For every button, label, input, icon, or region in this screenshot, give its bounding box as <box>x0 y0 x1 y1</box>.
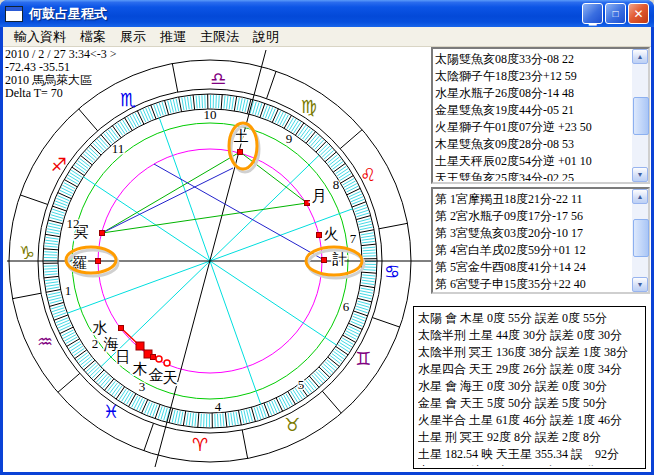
menu-item-primary-directions[interactable]: 主限法 <box>193 27 246 47</box>
planet-positions-list[interactable]: 太陽雙魚亥08度33分-08 22太陰獅子午18度23分+12 59水星水瓶子2… <box>435 51 631 181</box>
degree-tick <box>45 246 58 247</box>
planet-marker-moon <box>305 201 310 206</box>
degree-tick <box>233 412 235 425</box>
house-panel-scrollbar[interactable]: ▲ ▼ <box>632 189 648 292</box>
scroll-down-button[interactable]: ▼ <box>632 277 648 292</box>
planet-row[interactable]: 火星獅子午01度07分逆+23 50 <box>435 119 631 136</box>
menu-item-help[interactable]: 說明 <box>246 27 286 47</box>
degree-tick <box>284 395 290 406</box>
planet-row[interactable]: 太陰獅子午18度23分+12 59 <box>435 68 631 85</box>
menu-item-transit[interactable]: 推運 <box>153 27 193 47</box>
degree-tick <box>195 413 196 426</box>
scroll-up-button[interactable]: ▲ <box>632 189 648 204</box>
scroll-down-button[interactable]: ▼ <box>632 167 648 182</box>
planet-marker-venus <box>156 356 162 362</box>
menu-item-file[interactable]: 檔案 <box>73 27 113 47</box>
tick-divider <box>234 96 236 111</box>
menu-item-input-data[interactable]: 輸入資料 <box>7 27 73 47</box>
scroll-up-button[interactable]: ▲ <box>632 49 648 64</box>
degree-tick <box>282 115 288 126</box>
planet-row[interactable]: 木星雙魚亥09度28分-08 53 <box>435 136 631 153</box>
scrollbar-thumb[interactable] <box>633 97 649 135</box>
degree-tick <box>343 179 354 185</box>
degree-tick <box>350 194 362 199</box>
minimize-button[interactable]: ▁ <box>582 3 603 24</box>
sign-divider <box>58 373 80 392</box>
degree-tick <box>64 183 75 189</box>
sign-glyph-libra: ♎ <box>210 68 226 89</box>
degree-tick <box>231 413 233 426</box>
house-row[interactable]: 第 3宮雙魚亥03度20分-10 17 <box>435 225 631 242</box>
planet-row[interactable]: 金星雙魚亥19度44分-05 21 <box>435 102 631 119</box>
close-icon: ✕ <box>633 7 643 21</box>
scroll-up-icon: ▲ <box>637 193 644 201</box>
degree-tick <box>170 100 173 113</box>
degree-tick <box>134 397 140 409</box>
degree-tick <box>140 110 145 122</box>
planet-row[interactable]: 太陽雙魚亥08度33分-08 22 <box>435 51 631 68</box>
house-row[interactable]: 第 2宮水瓶子09度17分-17 56 <box>435 208 631 225</box>
degree-tick <box>45 240 58 242</box>
planet-label-venus: 金 <box>149 366 164 383</box>
house-row[interactable]: 第 5宮金牛酉08度41分+14 24 <box>435 259 631 276</box>
degree-tick <box>135 113 141 125</box>
degree-tick <box>224 96 225 109</box>
aspect-line: 太陽-8.22 緯照 木星-8.53 誤 31分 <box>418 463 643 466</box>
degree-tick <box>44 271 57 272</box>
degree-tick <box>48 295 61 298</box>
degree-tick <box>59 325 71 330</box>
degree-tick <box>294 122 301 133</box>
planet-marker-mars <box>317 233 322 238</box>
degree-tick <box>336 166 347 173</box>
degree-tick <box>306 380 314 390</box>
house-row[interactable]: 第 6宮雙子申15度35分+22 40 <box>435 276 631 291</box>
degree-tick <box>77 353 87 361</box>
info-line: Delta T= 70 <box>5 87 117 100</box>
maximize-button[interactable]: □ <box>605 3 626 24</box>
house-row[interactable]: 第 1宮摩羯丑18度21分-22 11 <box>435 191 631 208</box>
degree-tick <box>362 247 375 248</box>
tick-divider <box>349 323 363 329</box>
planet-marker-south-node <box>322 258 327 263</box>
degree-tick <box>363 270 376 271</box>
degree-tick <box>339 343 350 350</box>
degree-tick <box>61 188 73 194</box>
menu-item-display[interactable]: 展示 <box>113 27 153 47</box>
degree-tick <box>363 250 376 251</box>
degree-tick <box>348 326 360 332</box>
planet-row[interactable]: 天王雙魚亥25度34分-02 25 <box>435 170 631 181</box>
degree-tick <box>123 120 130 131</box>
degree-tick <box>132 396 138 407</box>
house-cusps-list[interactable]: 第 1宮摩羯丑18度21分-22 11第 2宮水瓶子09度17分-17 56第 … <box>435 191 631 291</box>
planet-panel-scrollbar[interactable]: ▲ ▼ <box>632 49 648 182</box>
degree-tick <box>232 97 234 110</box>
scrollbar-thumb[interactable] <box>633 219 649 257</box>
degree-tick <box>47 229 60 232</box>
planet-row[interactable]: 水星水瓶子26度08分-14 48 <box>435 85 631 102</box>
degree-tick <box>342 338 353 345</box>
title-bar[interactable]: 何鼓占星程式 ▁ □ ✕ <box>0 0 654 27</box>
degree-tick <box>189 413 191 426</box>
close-button[interactable]: ✕ <box>628 3 649 24</box>
sign-glyph-pisces: ♓ <box>103 401 119 422</box>
planet-marker-saturn <box>238 150 243 155</box>
degree-tick <box>246 410 249 423</box>
degree-tick <box>201 414 202 427</box>
degree-tick <box>44 268 57 269</box>
tick-divider <box>44 276 59 278</box>
tick-divider <box>352 202 366 207</box>
degree-tick <box>345 184 356 190</box>
app-window: 何鼓占星程式 ▁ □ ✕ 輸入資料檔案展示推運主限法說明 冥羅土月火計水海日木金… <box>0 0 654 475</box>
degree-tick <box>181 412 183 425</box>
planet-row[interactable]: 土星天秤辰02度54分逆+01 10 <box>435 153 631 170</box>
degree-tick <box>202 95 203 108</box>
house-row[interactable]: 第 4宮白羊戌02度59分+01 12 <box>435 242 631 259</box>
degree-tick <box>74 348 85 355</box>
chart-info: 2010 / 2 / 27 3:34<-3 >-72.43 -35.512010… <box>5 48 117 100</box>
degree-tick <box>143 109 148 121</box>
tick-divider <box>360 285 375 287</box>
degree-tick <box>190 96 192 109</box>
degree-tick <box>363 253 376 254</box>
degree-tick <box>228 413 230 426</box>
scroll-up-icon: ▲ <box>637 53 644 61</box>
